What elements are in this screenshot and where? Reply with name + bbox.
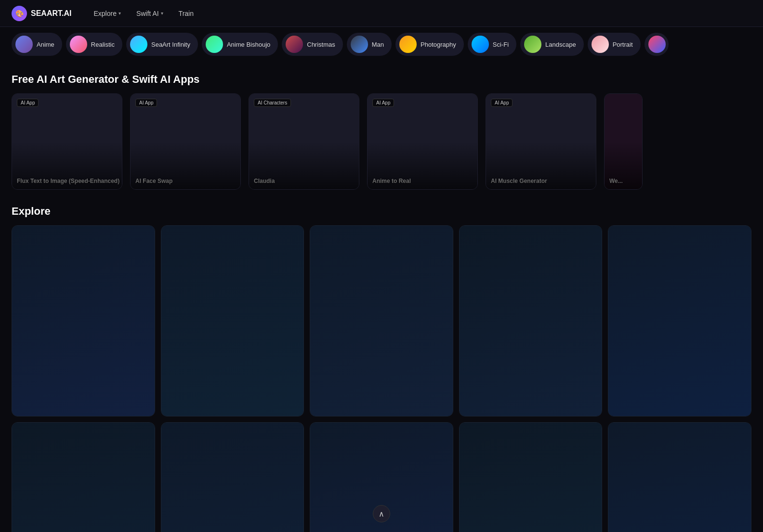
ai-app-partial[interactable]: We... <box>604 93 643 190</box>
category-anime[interactable]: Anime <box>12 33 62 56</box>
ai-app-face-swap[interactable]: AI App AI Face Swap <box>130 93 241 190</box>
claudia-badge: AI Characters <box>254 99 291 107</box>
explore-card-1[interactable] <box>12 225 155 416</box>
anime-to-real-badge: AI App <box>372 99 394 107</box>
sci-fi-label: Sci-Fi <box>493 41 509 48</box>
category-sci-fi[interactable]: Sci-Fi <box>468 33 516 56</box>
ai-apps-row: AI App Flux Text to Image (Speed-Enhance… <box>12 93 751 190</box>
landscape-label: Landscape <box>545 41 576 48</box>
muscle-gen-card-bg <box>486 94 596 189</box>
category-strip: Anime Realistic SeaArt Infinity Anime Bi… <box>0 27 763 62</box>
claudia-card-bg <box>249 94 359 189</box>
category-portrait[interactable]: Portrait <box>588 33 641 56</box>
category-landscape[interactable]: Landscape <box>520 33 584 56</box>
photography-label: Photography <box>421 41 456 48</box>
logo-text: SEAART.AI <box>31 9 71 18</box>
claudia-label: Claudia <box>254 178 275 184</box>
flux-label: Flux Text to Image (Speed-Enhanced) <box>17 178 119 184</box>
flux-card-bg <box>12 94 122 189</box>
category-realistic[interactable]: Realistic <box>66 33 122 56</box>
explore-card-4[interactable] <box>459 225 603 416</box>
face-swap-card-bg <box>131 94 240 189</box>
ai-app-anime-to-real[interactable]: AI App Anime to Real <box>367 93 478 190</box>
photography-thumb <box>399 36 417 53</box>
ai-app-flux[interactable]: AI App Flux Text to Image (Speed-Enhance… <box>12 93 122 190</box>
scroll-top-icon: ∧ <box>379 509 384 519</box>
main-content: Free AI Art Generator & Swift AI Apps AI… <box>0 62 763 532</box>
nav-explore[interactable]: Explore ▾ <box>87 6 127 21</box>
nav-train[interactable]: Train <box>172 6 200 21</box>
category-seaart-infinity[interactable]: SeaArt Infinity <box>126 33 198 56</box>
bishoujo-thumb <box>206 36 223 53</box>
navbar: 🎨 SEAART.AI Explore ▾ Swift AI ▾ Train <box>0 0 763 27</box>
explore-card-3[interactable] <box>310 225 453 416</box>
christmas-thumb <box>286 36 303 53</box>
seaart-thumb <box>130 36 147 53</box>
swift-ai-chevron-icon: ▾ <box>161 11 163 16</box>
ai-app-muscle-gen[interactable]: AI App AI Muscle Generator <box>486 93 596 190</box>
flux-badge: AI App <box>17 99 39 107</box>
portrait-label: Portrait <box>613 41 633 48</box>
category-man[interactable]: Man <box>347 33 392 56</box>
anime-thumb <box>15 36 33 53</box>
face-swap-label: AI Face Swap <box>135 178 172 184</box>
man-thumb <box>351 36 368 53</box>
muscle-gen-badge: AI App <box>491 99 513 107</box>
bishoujo-label: Anime Bishoujo <box>227 41 270 48</box>
nav-links: Explore ▾ Swift AI ▾ Train <box>87 6 200 21</box>
partial-label: We... <box>609 178 623 184</box>
explore-card-2[interactable] <box>161 225 304 416</box>
christmas-label: Christmas <box>307 41 335 48</box>
category-photography[interactable]: Photography <box>395 33 464 56</box>
train-label: Train <box>179 10 194 17</box>
portrait-thumb <box>592 36 609 53</box>
scroll-to-top-button[interactable]: ∧ <box>373 505 390 522</box>
partial-card-bg <box>605 94 642 189</box>
realistic-label: Realistic <box>91 41 115 48</box>
nav-swift-ai[interactable]: Swift AI ▾ <box>130 6 170 21</box>
explore-label: Explore <box>93 10 116 17</box>
extra-thumb <box>648 36 666 53</box>
anime-to-real-card-bg <box>368 94 477 189</box>
explore-card-7[interactable] <box>161 422 304 532</box>
explore-card-6[interactable] <box>12 422 155 532</box>
swift-ai-label: Swift AI <box>136 10 159 17</box>
man-label: Man <box>372 41 384 48</box>
muscle-gen-label: AI Muscle Generator <box>491 178 547 184</box>
explore-section-title: Explore <box>12 205 751 218</box>
scifi-thumb <box>472 36 489 53</box>
category-christmas[interactable]: Christmas <box>282 33 343 56</box>
ai-app-claudia[interactable]: AI Characters Claudia <box>249 93 359 190</box>
seaart-label: SeaArt Infinity <box>151 41 190 48</box>
category-extra[interactable] <box>645 33 669 56</box>
explore-chevron-icon: ▾ <box>118 11 121 16</box>
explore-card-10[interactable] <box>608 422 751 532</box>
ai-apps-section-title: Free AI Art Generator & Swift AI Apps <box>12 73 751 86</box>
logo-icon: 🎨 <box>12 6 27 21</box>
anime-to-real-label: Anime to Real <box>372 178 411 184</box>
category-anime-bishoujo[interactable]: Anime Bishoujo <box>202 33 278 56</box>
explore-grid <box>12 225 751 532</box>
anime-label: Anime <box>37 41 54 48</box>
face-swap-badge: AI App <box>135 99 157 107</box>
realistic-thumb <box>70 36 87 53</box>
explore-card-5[interactable] <box>608 225 751 416</box>
explore-card-9[interactable] <box>459 422 603 532</box>
brand-logo[interactable]: 🎨 SEAART.AI <box>12 6 71 21</box>
landscape-thumb <box>524 36 541 53</box>
